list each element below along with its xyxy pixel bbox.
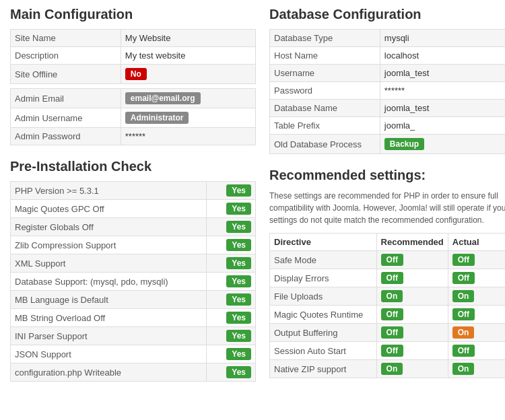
rec-row: Output BufferingOffOn [270, 324, 506, 342]
rec-row: Display ErrorsOffOff [270, 269, 506, 287]
main-config-table: Site NameMy WebsiteDescriptionMy test we… [10, 29, 256, 145]
config-label: Site Name [11, 30, 121, 47]
check-badge: Yes [207, 291, 256, 309]
db-config-value: joomla_ [380, 117, 505, 135]
rec-directive: Magic Quotes Runtime [270, 306, 377, 324]
pre-install-table: PHP Version >= 5.3.1YesMagic Quotes GPC … [10, 181, 256, 382]
table-row: Table Prefixjoomla_ [270, 117, 506, 135]
rec-actual: On [448, 324, 505, 342]
rec-recommended: Off [376, 269, 448, 287]
separator-row [11, 84, 256, 89]
rec-directive: Output Buffering [270, 324, 377, 342]
rec-actual: Off [448, 251, 505, 269]
check-label: MB String Overload Off [11, 309, 207, 327]
check-label: XML Support [11, 254, 207, 273]
rec-row: Native ZIP supportOnOn [270, 360, 506, 378]
rec-recommended: On [376, 287, 448, 306]
table-row: Site OfflineNo [11, 65, 256, 84]
recommended-table: Directive Recommended Actual Safe ModeOf… [269, 233, 505, 378]
check-badge: Yes [207, 200, 256, 218]
check-badge: Yes [207, 254, 256, 273]
pre-install-title: Pre-Installation Check [10, 159, 256, 174]
rec-recommended: On [376, 360, 448, 378]
check-label: JSON Support [11, 345, 207, 363]
col-recommended: Recommended [376, 234, 448, 251]
db-config-label: Database Name [270, 100, 380, 117]
db-config-value: mysqli [380, 30, 505, 47]
rec-row: File UploadsOnOn [270, 287, 506, 306]
table-row: Database Typemysqli [270, 30, 506, 47]
table-row: Admin Password****** [11, 128, 256, 145]
check-row: MB Language is DefaultYes [11, 291, 256, 309]
check-badge: Yes [207, 327, 256, 345]
rec-directive: Session Auto Start [270, 342, 377, 360]
config-value: ****** [121, 128, 255, 145]
recommended-title: Recommended settings: [269, 168, 505, 183]
rec-row: Safe ModeOffOff [270, 251, 506, 269]
db-config-label: Host Name [270, 47, 380, 65]
check-row: Database Support: (mysql, pdo, mysqli)Ye… [11, 273, 256, 291]
check-label: Register Globals Off [11, 218, 207, 236]
db-config-table: Database TypemysqliHost NamelocalhostUse… [269, 29, 505, 154]
check-row: INI Parser SupportYes [11, 327, 256, 345]
rec-row: Session Auto StartOffOff [270, 342, 506, 360]
main-config-title: Main Configuration [10, 7, 256, 22]
rec-directive: File Uploads [270, 287, 377, 306]
db-config-value: joomla_test [380, 100, 505, 117]
rec-directive: Safe Mode [270, 251, 377, 269]
col-actual: Actual [448, 234, 505, 251]
check-label: Zlib Compression Support [11, 236, 207, 254]
table-row: Database Namejoomla_test [270, 100, 506, 117]
rec-actual: On [448, 287, 505, 306]
check-badge: Yes [207, 273, 256, 291]
rec-row: Magic Quotes RuntimeOffOff [270, 306, 506, 324]
check-badge: Yes [207, 363, 256, 382]
check-label: PHP Version >= 5.3.1 [11, 182, 207, 200]
rec-recommended: Off [376, 342, 448, 360]
rec-recommended: Off [376, 251, 448, 269]
check-row: JSON SupportYes [11, 345, 256, 363]
check-row: configuration.php WriteableYes [11, 363, 256, 382]
check-row: XML SupportYes [11, 254, 256, 273]
rec-actual: Off [448, 306, 505, 324]
check-badge: Yes [207, 218, 256, 236]
config-value: No [121, 65, 255, 84]
table-row: Old Database ProcessBackup [270, 135, 506, 154]
check-row: Register Globals OffYes [11, 218, 256, 236]
db-config-title: Database Configuration [269, 7, 505, 22]
db-config-value: joomla_test [380, 65, 505, 82]
check-badge: Yes [207, 309, 256, 327]
config-label: Admin Password [11, 128, 121, 145]
config-value: email@email.org [121, 89, 255, 108]
table-row: Site NameMy Website [11, 30, 256, 47]
check-badge: Yes [207, 236, 256, 254]
check-label: configuration.php Writeable [11, 363, 207, 382]
check-row: MB String Overload OffYes [11, 309, 256, 327]
table-row: Admin UsernameAdministrator [11, 108, 256, 128]
check-label: Database Support: (mysql, pdo, mysqli) [11, 273, 207, 291]
config-label: Description [11, 47, 121, 65]
table-row: Password****** [270, 82, 506, 100]
rec-actual: On [448, 360, 505, 378]
config-label: Admin Username [11, 108, 121, 128]
table-row: Host Namelocalhost [270, 47, 506, 65]
db-config-label: Username [270, 65, 380, 82]
rec-directive: Native ZIP support [270, 360, 377, 378]
db-config-value: localhost [380, 47, 505, 65]
rec-recommended: Off [376, 306, 448, 324]
check-label: INI Parser Support [11, 327, 207, 345]
check-label: Magic Quotes GPC Off [11, 200, 207, 218]
table-row: DescriptionMy test website [11, 47, 256, 65]
table-row: Admin Emailemail@email.org [11, 89, 256, 108]
check-row: Zlib Compression SupportYes [11, 236, 256, 254]
db-config-label: Old Database Process [270, 135, 380, 154]
config-label: Admin Email [11, 89, 121, 108]
config-value: My Website [121, 30, 255, 47]
rec-directive: Display Errors [270, 269, 377, 287]
rec-actual: Off [448, 342, 505, 360]
check-row: Magic Quotes GPC OffYes [11, 200, 256, 218]
col-directive: Directive [270, 234, 377, 251]
check-label: MB Language is Default [11, 291, 207, 309]
check-badge: Yes [207, 345, 256, 363]
rec-actual: Off [448, 269, 505, 287]
